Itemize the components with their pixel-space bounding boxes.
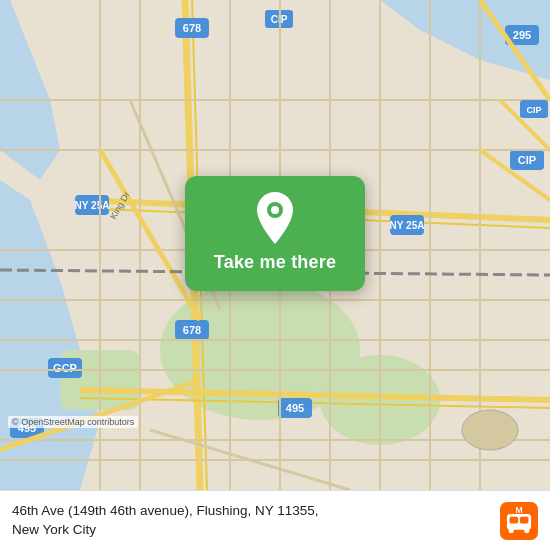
address-text: 46th Ave (149th 46th avenue), Flushing, … [12,502,490,538]
svg-text:M: M [515,505,522,515]
svg-text:GCP: GCP [53,362,77,374]
svg-text:NY 25A: NY 25A [390,220,425,231]
svg-text:NY 25A: NY 25A [75,200,110,211]
location-pin-icon [251,194,299,242]
svg-text:295: 295 [513,29,531,41]
osm-attribution: © OpenStreetMap contributors [8,416,138,428]
attribution-text: © OpenStreetMap contributors [12,417,134,427]
svg-text:678: 678 [183,22,201,34]
map-container: 678 678 295 CIP 495 NY 25A NY 25A 495 GC… [0,0,550,490]
svg-text:678: 678 [183,324,201,336]
overlay-card: Take me there [185,176,365,291]
bottom-bar: 46th Ave (149th 46th avenue), Flushing, … [0,490,550,550]
address-line1: 46th Ave (149th 46th avenue), Flushing, … [12,503,318,518]
svg-text:CIP: CIP [518,154,536,166]
address-line2: New York City [12,522,96,537]
take-me-there-button[interactable]: Take me there [214,252,336,273]
svg-point-60 [462,410,518,450]
svg-rect-65 [510,516,519,523]
svg-point-62 [271,206,279,214]
svg-point-67 [509,527,514,532]
svg-rect-66 [520,516,529,523]
svg-text:CIP: CIP [526,105,541,115]
moovit-logo: M [500,502,538,540]
svg-text:495: 495 [286,402,304,414]
svg-point-68 [524,527,529,532]
moovit-icon: M [500,502,538,540]
